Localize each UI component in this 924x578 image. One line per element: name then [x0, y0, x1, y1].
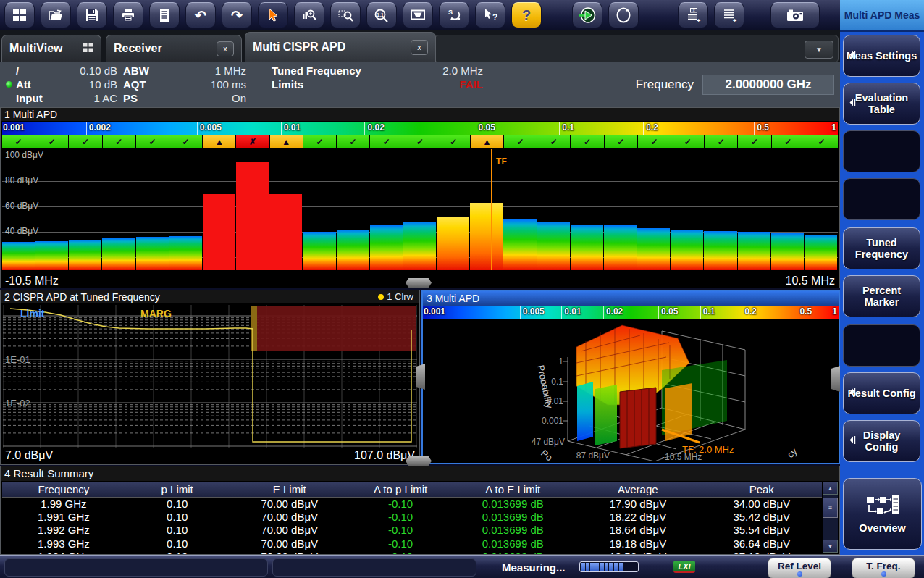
setting-value[interactable]: 1 AC [93, 91, 117, 105]
add-limit-table-button[interactable]: x+ [678, 2, 708, 28]
table-cell: 18.22 dBμV [574, 511, 701, 524]
softkey-display-config[interactable]: Display Config [843, 420, 920, 462]
splitter-handle-right[interactable] [831, 366, 840, 392]
column-header-2[interactable]: E Limit [230, 482, 350, 497]
apd-bar-4 [136, 237, 169, 270]
svg-text:x: x [693, 8, 695, 12]
ref-level-button[interactable]: Ref Level [768, 558, 831, 578]
zoom-1-1-button[interactable]: 1:1 [366, 2, 397, 28]
frequency-value[interactable]: 2.0000000 GHz [702, 75, 834, 95]
status-slot-1[interactable] [4, 558, 268, 577]
setting-value[interactable]: On [232, 91, 246, 105]
apd-bar-24 [805, 235, 837, 270]
softkey-empty[interactable] [843, 178, 920, 220]
table-plus-icon: + [721, 7, 737, 23]
table-row[interactable]: 1.99 GHz0.1070.00 dBμV-0.100.013699 dB17… [2, 498, 822, 511]
setting-aqt: AQT100 ms [123, 78, 246, 91]
screenshot-button[interactable] [770, 2, 820, 28]
setting-value[interactable]: 1 MHz [215, 64, 246, 78]
tab-multi-cispr-apd[interactable]: Multi CISPR APDx [245, 32, 436, 62]
limit-verdict-ok-20: ✓ [671, 135, 704, 148]
setting-value[interactable]: 0.10 dB [80, 64, 117, 78]
help-button[interactable]: ? [511, 2, 542, 28]
column-header-5[interactable]: Average [574, 482, 701, 497]
splitter-handle-bottom[interactable] [406, 456, 432, 466]
tab-multiview[interactable]: MultiView [1, 35, 101, 62]
display-button[interactable] [403, 2, 433, 28]
softkey-meas-settings[interactable]: Meas Settings [843, 35, 920, 77]
softkey-result-config[interactable]: Result Config [843, 372, 920, 414]
softkey-empty[interactable] [843, 130, 920, 172]
table-cell: 70.00 dBμV [230, 498, 350, 511]
column-header-6[interactable]: Peak [702, 482, 822, 497]
scale-tick-0.2: 0.2 [742, 306, 757, 319]
table-header-row: Frequencyp LimitE LimitΔ to p LimitΔ to … [2, 482, 822, 498]
print-button[interactable] [113, 2, 143, 28]
setting-value[interactable]: 100 ms [211, 78, 246, 91]
column-header-3[interactable]: Δ to p Limit [350, 482, 451, 497]
apd-bar-1 [35, 241, 68, 270]
tab-close-button[interactable]: x [411, 40, 428, 55]
table-row[interactable]: 1.994 GHz0.1070.00 dBμV-0.100.013699 dB1… [2, 550, 822, 554]
context-help-button[interactable]: ? [475, 2, 505, 28]
table-row[interactable]: 1.991 GHz0.1070.00 dBμV-0.100.013699 dB1… [2, 511, 822, 524]
window3-title: 3 Multi APD [423, 291, 839, 306]
add-table-button[interactable]: + [714, 2, 744, 28]
multi-apd-chart[interactable]: 100 dBμV80 dBμV60 dBμV40 dBμV20 dBμVTF [2, 149, 838, 270]
apd-3d-plot[interactable]: 1 0.1 0.01 0.001 47 dBμV 87 dBμV -10.5 M… [423, 319, 837, 461]
setting-value[interactable]: 10 dB [89, 78, 117, 91]
apd-bar-19 [637, 228, 670, 270]
open-file-button[interactable] [41, 2, 71, 28]
scroll-thumb[interactable]: ≡ [823, 498, 838, 518]
column-header-4[interactable]: Δ to E Limit [451, 482, 574, 497]
cispr-apd-plot[interactable]: Limit MARG 1E-01 1E-02 [3, 305, 417, 448]
overview-button[interactable]: Overview [843, 478, 922, 550]
limit-verdict-ok-12: ✓ [403, 135, 436, 148]
tab-receiver[interactable]: Receiverx [106, 35, 242, 62]
table-row[interactable]: 1.993 GHz0.1070.00 dBμV-0.100.013699 dB1… [2, 537, 822, 550]
splitter-handle-top[interactable] [406, 278, 432, 288]
apd-bar-3 [102, 238, 135, 270]
report-button[interactable] [149, 2, 180, 28]
result-summary-table: Frequencyp LimitE LimitΔ to p LimitΔ to … [2, 482, 822, 554]
table-row[interactable]: 1.992 GHz0.1070.00 dBμV-0.100.013699 dB1… [2, 524, 822, 537]
t-freq-button[interactable]: T. Freq. [852, 558, 915, 578]
zoom-select-button[interactable] [330, 2, 361, 28]
table-cell: 0.10 [125, 511, 230, 524]
softkey-evaluation-table[interactable]: Evaluation Table [843, 83, 920, 125]
circle-icon [615, 7, 632, 24]
output-button[interactable] [608, 2, 639, 28]
status-slot-2[interactable] [272, 558, 476, 577]
trace-legend[interactable]: 1 Clrw [378, 290, 413, 303]
scroll-up-button[interactable]: ▲ [823, 482, 838, 495]
scroll-down-button[interactable]: ▼ [823, 540, 838, 553]
frequency-label: Frequency [636, 78, 694, 92]
zoom-in-button[interactable] [294, 2, 324, 28]
limit-line-label: Limit [20, 308, 45, 319]
softkey-percent-marker[interactable]: Percent Marker [843, 275, 920, 317]
save-button[interactable] [77, 2, 107, 28]
window2-title-text: 2 CISPR APD at Tuned Frequency [4, 291, 160, 303]
y-tick-label: 80 dBμV [5, 175, 38, 185]
tuned-frequency-marker[interactable] [491, 149, 492, 270]
tab-list-dropdown[interactable]: ▼ [805, 41, 833, 59]
app-window-button[interactable] [4, 2, 35, 28]
single-sweep-button[interactable]: S [439, 2, 469, 28]
signal-input-button[interactable] [572, 2, 602, 28]
setting-value[interactable]: FAIL [460, 78, 484, 91]
softkey-empty[interactable] [843, 324, 920, 367]
column-header-1[interactable]: p Limit [125, 482, 230, 497]
setting-value[interactable]: 2.0 MHz [442, 64, 483, 78]
softkey-tuned-frequency[interactable]: Tuned Frequency [843, 227, 920, 269]
setting-label: Input [16, 91, 43, 105]
splitter-handle-middle[interactable] [416, 364, 425, 390]
column-header-0[interactable]: Frequency [2, 482, 125, 497]
setting-: /0.10 dB [16, 64, 117, 78]
softkey-menu-header[interactable]: Multi APD Meas [840, 0, 924, 32]
settings-col-tuned: Tuned Frequency2.0 MHzLimitsFAIL [272, 64, 483, 91]
undo-button[interactable]: ↶ [185, 2, 216, 28]
select-mode-button[interactable] [258, 2, 288, 28]
tab-close-button[interactable]: x [217, 41, 234, 56]
redo-button[interactable]: ↷ [222, 2, 252, 28]
y-tick-1e-01: 1E-01 [5, 354, 30, 365]
